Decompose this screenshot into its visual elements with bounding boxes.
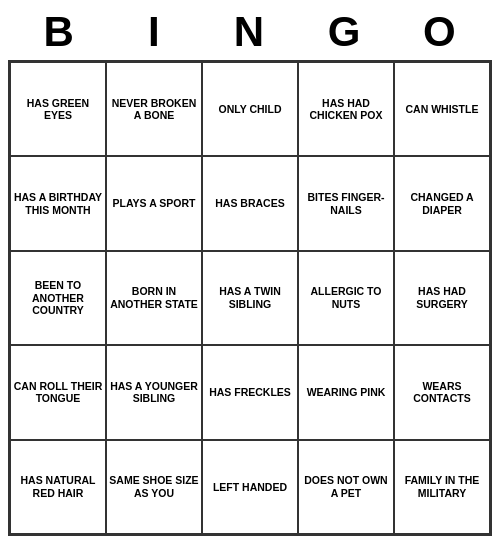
bingo-cell-24[interactable]: FAMILY IN THE MILITARY — [394, 440, 490, 534]
bingo-cell-6[interactable]: PLAYS A SPORT — [106, 156, 202, 250]
bingo-cell-16[interactable]: HAS A YOUNGER SIBLING — [106, 345, 202, 439]
bingo-cell-19[interactable]: WEARS CONTACTS — [394, 345, 490, 439]
bingo-cell-8[interactable]: BITES FINGER- NAILS — [298, 156, 394, 250]
bingo-cell-20[interactable]: HAS NATURAL RED HAIR — [10, 440, 106, 534]
bingo-cell-7[interactable]: HAS BRACES — [202, 156, 298, 250]
bingo-cell-14[interactable]: HAS HAD SURGERY — [394, 251, 490, 345]
bingo-cell-5[interactable]: HAS A BIRTHDAY THIS MONTH — [10, 156, 106, 250]
bingo-cell-0[interactable]: HAS GREEN EYES — [10, 62, 106, 156]
bingo-cell-21[interactable]: SAME SHOE SIZE AS YOU — [106, 440, 202, 534]
bingo-cell-15[interactable]: CAN ROLL THEIR TONGUE — [10, 345, 106, 439]
bingo-cell-22[interactable]: LEFT HANDED — [202, 440, 298, 534]
bingo-cell-2[interactable]: ONLY CHILD — [202, 62, 298, 156]
bingo-cell-10[interactable]: BEEN TO ANOTHER COUNTRY — [10, 251, 106, 345]
bingo-cell-3[interactable]: HAS HAD CHICKEN POX — [298, 62, 394, 156]
title-i: I — [111, 8, 199, 56]
bingo-cell-1[interactable]: NEVER BROKEN A BONE — [106, 62, 202, 156]
title-b: B — [16, 8, 104, 56]
title-n: N — [206, 8, 294, 56]
bingo-cell-23[interactable]: DOES NOT OWN A PET — [298, 440, 394, 534]
bingo-cell-18[interactable]: WEARING PINK — [298, 345, 394, 439]
bingo-cell-9[interactable]: CHANGED A DIAPER — [394, 156, 490, 250]
bingo-cell-13[interactable]: ALLERGIC TO NUTS — [298, 251, 394, 345]
bingo-cell-17[interactable]: HAS FRECKLES — [202, 345, 298, 439]
title-g: G — [301, 8, 389, 56]
bingo-cell-11[interactable]: BORN IN ANOTHER STATE — [106, 251, 202, 345]
bingo-title: B I N G O — [8, 8, 492, 56]
bingo-cell-12[interactable]: HAS A TWIN SIBLING — [202, 251, 298, 345]
bingo-cell-4[interactable]: CAN WHISTLE — [394, 62, 490, 156]
title-o: O — [396, 8, 484, 56]
bingo-grid: HAS GREEN EYESNEVER BROKEN A BONEONLY CH… — [8, 60, 492, 536]
